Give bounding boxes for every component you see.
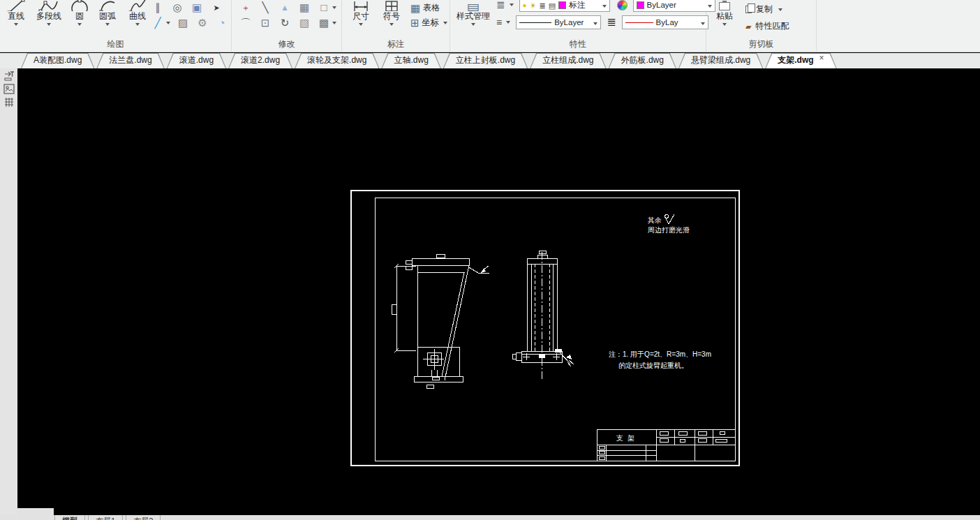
- coordinate-button[interactable]: 坐标: [410, 17, 447, 29]
- annotate-palette-icon[interactable]: [2, 70, 15, 82]
- panel-properties: 样式管理 标注 ByLayer: [450, 0, 706, 52]
- gear-icon[interactable]: [195, 17, 209, 29]
- chevron-down-icon[interactable]: [593, 22, 597, 25]
- chevron-down-icon[interactable]: [701, 22, 705, 25]
- polyline-icon: [38, 0, 59, 11]
- lineweight-icon[interactable]: [607, 17, 616, 28]
- chevron-down-icon[interactable]: [332, 6, 336, 9]
- offset-icon[interactable]: [258, 17, 272, 29]
- circle-button[interactable]: 圆: [68, 0, 91, 26]
- match-properties-button[interactable]: 特性匹配: [745, 20, 789, 32]
- doc-tab[interactable]: 法兰盘.dwg: [96, 53, 164, 68]
- chevron-down-icon[interactable]: [602, 5, 607, 8]
- layer-thaw-icon: [530, 0, 537, 11]
- circle-icon: [70, 0, 89, 11]
- layer-tools-icon[interactable]: [496, 0, 505, 10]
- chevron-down-icon[interactable]: [14, 23, 18, 26]
- spline-button[interactable]: 曲线: [124, 0, 151, 26]
- hatch-edit-icon[interactable]: [317, 17, 331, 29]
- drawing-canvas[interactable]: 其余 周边打磨光滑 注：1. 用于Q=2t、R=3m、H=3m 的定柱式旋臂起重…: [17, 68, 980, 515]
- chevron-down-icon[interactable]: [506, 21, 510, 24]
- chevron-down-icon[interactable]: [47, 23, 51, 26]
- copy-button[interactable]: 复制: [745, 3, 789, 15]
- layout2-tab[interactable]: 布局2: [126, 515, 161, 520]
- mirror-icon[interactable]: [278, 1, 292, 14]
- title-block-part-name: 支架: [616, 434, 639, 442]
- chevron-down-icon[interactable]: [443, 22, 447, 24]
- chevron-down-icon[interactable]: [359, 23, 363, 26]
- line-icon: [7, 0, 25, 11]
- color-wheel-icon[interactable]: [617, 0, 628, 10]
- chevron-down-icon[interactable]: [389, 23, 394, 26]
- selection-icon[interactable]: [317, 1, 331, 14]
- chevron-down-icon[interactable]: [77, 23, 82, 26]
- grid-palette-icon[interactable]: [2, 96, 15, 108]
- copy-icon: [745, 6, 752, 13]
- current-color-swatch: [637, 1, 644, 9]
- doc-tab[interactable]: A装配图.dwg: [21, 53, 94, 68]
- table-button[interactable]: 表格: [410, 2, 447, 14]
- fillet-icon[interactable]: [239, 17, 253, 29]
- ray-icon[interactable]: [151, 17, 165, 29]
- layer-lock-icon: [540, 0, 546, 11]
- doc-tab-active[interactable]: 支架.dwg ×: [765, 53, 836, 68]
- chevron-down-icon[interactable]: [166, 22, 170, 24]
- layout1-tab[interactable]: 布局1: [88, 515, 123, 520]
- style-manager-button[interactable]: 样式管理: [452, 0, 495, 26]
- chevron-down-icon[interactable]: [722, 23, 727, 26]
- point-icon[interactable]: [209, 1, 223, 14]
- modify-panel-label: 修改: [232, 38, 341, 50]
- image-palette-icon[interactable]: [2, 83, 15, 95]
- sheet-inner-border: [375, 198, 735, 461]
- doc-tab[interactable]: 立轴.dwg: [381, 53, 440, 68]
- view-front: [512, 251, 574, 380]
- wipeout-icon[interactable]: [215, 17, 229, 29]
- multiline-icon[interactable]: [151, 1, 165, 14]
- region-icon[interactable]: [170, 1, 184, 14]
- drawing-svg: 其余 周边打磨光滑 注：1. 用于Q=2t、R=3m、H=3m 的定柱式旋臂起重…: [17, 68, 980, 515]
- chevron-down-icon[interactable]: [471, 23, 475, 26]
- insert-block-icon[interactable]: [190, 1, 204, 14]
- layer-select[interactable]: 标注: [519, 0, 610, 12]
- layout-tab-bar: 模型 布局1 布局2: [0, 515, 980, 520]
- chevron-down-icon[interactable]: [135, 23, 140, 26]
- move-icon[interactable]: [239, 1, 253, 14]
- linetype-tools-icon[interactable]: [496, 17, 502, 28]
- erase-icon[interactable]: [258, 1, 272, 14]
- array-icon[interactable]: [297, 1, 311, 14]
- dimension-button[interactable]: 尺寸: [349, 0, 373, 29]
- chevron-down-icon[interactable]: [778, 8, 782, 11]
- layer-plot-icon: [549, 0, 556, 11]
- ribbon: 直线 多段线 圆 圆弧: [0, 0, 980, 52]
- properties-panel-label: 特性: [450, 38, 706, 50]
- polyline-button[interactable]: 多段线: [32, 0, 66, 26]
- panel-draw: 直线 多段线 圆 圆弧: [0, 0, 232, 52]
- symbol-button[interactable]: 符号: [380, 0, 403, 29]
- rotate-icon[interactable]: [278, 17, 292, 29]
- lineweight-sample: [625, 22, 653, 23]
- doc-tab[interactable]: 立柱组成.dwg: [530, 53, 606, 68]
- chevron-down-icon[interactable]: [510, 3, 514, 6]
- line-button[interactable]: 直线: [3, 0, 29, 26]
- doc-tab[interactable]: 滚轮及支架.dwg: [295, 53, 379, 68]
- doc-tab[interactable]: 滚道2.dwg: [228, 53, 292, 68]
- close-tab-icon[interactable]: ×: [819, 53, 824, 68]
- doc-tab[interactable]: 外筋板.dwg: [609, 53, 676, 68]
- spline-icon: [128, 0, 147, 11]
- technical-note: 注：1. 用于Q=2t、R=3m、H=3m 的定柱式旋臂起重机。: [609, 350, 711, 369]
- arc-button[interactable]: 圆弧: [94, 0, 121, 26]
- svg-text:其余: 其余: [648, 216, 662, 224]
- doc-tab[interactable]: 悬臂梁组成.dwg: [678, 53, 763, 68]
- doc-tab[interactable]: 立柱上封板.dwg: [443, 53, 528, 68]
- chevron-down-icon[interactable]: [332, 22, 336, 24]
- hatch-icon[interactable]: [176, 17, 190, 29]
- paste-button[interactable]: 粘贴: [712, 0, 737, 26]
- chevron-down-icon[interactable]: [105, 23, 110, 26]
- color-select[interactable]: ByLayer: [633, 0, 715, 12]
- linetype-select[interactable]: ByLayer: [516, 15, 601, 29]
- lineweight-select[interactable]: ByLay: [622, 15, 708, 29]
- model-tab[interactable]: 模型: [54, 515, 85, 520]
- solid-icon[interactable]: [297, 17, 311, 29]
- doc-tab[interactable]: 滚道.dwg: [167, 53, 226, 68]
- table-icon: [410, 3, 420, 14]
